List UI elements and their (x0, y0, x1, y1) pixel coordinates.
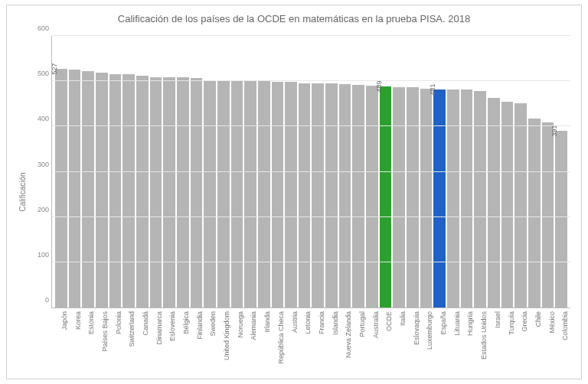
x-tick-slot: United Kingdom (217, 308, 229, 379)
bar (542, 122, 554, 308)
y-tick-label: 300 (26, 161, 49, 168)
bar (325, 83, 338, 308)
bar-slot (528, 36, 541, 308)
bar (299, 83, 311, 308)
bar: 481 (433, 89, 446, 308)
bar (474, 91, 486, 308)
bar-slot (96, 36, 108, 308)
bar-slot (339, 36, 351, 308)
bar-value-label: 489 (375, 80, 383, 92)
x-tick-slot: Irlanda (257, 308, 270, 379)
bar-slot (69, 36, 81, 308)
bar (177, 77, 189, 308)
x-tick-slot: Grecia (514, 308, 527, 379)
bar-slot: 481 (433, 36, 446, 308)
x-tick-slot: Eslovaquia (407, 308, 419, 379)
bar (420, 89, 433, 308)
bar-slot (122, 36, 135, 308)
bar-slot (393, 36, 405, 308)
x-tick-label: República Checa (277, 311, 285, 364)
x-tick-slot: Portugal (352, 308, 364, 379)
x-tick-slot: Polonia (109, 308, 121, 379)
bar (366, 86, 378, 308)
x-tick-label: Turquía (508, 311, 515, 335)
bar-slot (136, 36, 149, 308)
x-tick-slot: Noruega (230, 308, 243, 379)
y-tick-label: 600 (26, 24, 49, 32)
bar (258, 81, 270, 308)
bar-slot: 527 (55, 36, 67, 308)
y-tick-label: 500 (26, 70, 49, 77)
bar: 527 (55, 69, 67, 308)
x-tick-slot: Australia (366, 308, 378, 379)
bar-slot (352, 36, 364, 308)
x-tick-slot: Nueva Zelanda (338, 308, 351, 379)
bar-slot (488, 36, 500, 308)
x-tick-slot: Sweden (204, 308, 216, 379)
x-tick-label: Irlanda (263, 311, 271, 333)
x-tick-slot: Francia (312, 308, 324, 379)
x-tick-slot: Lituania (447, 308, 459, 379)
x-tick-label: Islandia (332, 311, 339, 335)
x-tick-label: Estonia (87, 311, 95, 334)
bars-group: 527489481391 (52, 36, 570, 308)
x-tick-slot: España (433, 308, 446, 379)
bar-slot (163, 36, 175, 308)
x-tick-label: Korea (74, 311, 82, 330)
x-tick-label: Hungría (466, 311, 474, 336)
plot-area: 527489481391 0100200300400500600 (51, 36, 570, 308)
x-tick-slot: Austria (285, 308, 297, 379)
bar-slot: 391 (555, 36, 567, 308)
x-tick-label: Eslovenia (168, 311, 176, 341)
x-tick-slot: Canadá (136, 308, 148, 379)
bar (501, 102, 514, 308)
gridline (52, 171, 570, 172)
bar-slot (325, 36, 338, 308)
bar: 489 (380, 86, 392, 308)
x-tick-slot: Estonia (81, 308, 93, 379)
x-tick-slot: Alemania (244, 308, 256, 379)
bar-slot (542, 36, 554, 308)
bar-slot (501, 36, 514, 308)
bar-slot (474, 36, 486, 308)
x-tick-label: Canadá (142, 311, 149, 336)
bar (96, 73, 108, 308)
bar-value-label: 391 (550, 125, 558, 136)
bar (393, 87, 405, 308)
bar-slot (285, 36, 297, 308)
bar-value-label: 527 (51, 63, 58, 75)
x-tick-label: Grecia (521, 311, 528, 332)
bar (150, 77, 162, 308)
bar-slot (217, 36, 230, 308)
gridline (52, 262, 570, 262)
x-tick-slot: Italia (393, 308, 405, 379)
x-tick-label: Nueva Zelanda (345, 311, 352, 358)
bar-slot: 489 (380, 36, 392, 308)
x-tick-label: México (548, 311, 556, 334)
x-tick-label: Estados Unidos (480, 311, 488, 360)
bar-slot (461, 36, 473, 308)
x-tick-label: Países Bajos (101, 311, 109, 352)
x-tick-label: Sweden (209, 311, 217, 337)
bar (217, 80, 230, 308)
x-tick-label: Finlandia (196, 311, 204, 340)
bar-slot (299, 36, 311, 308)
bar (204, 80, 216, 308)
x-tick-label: Portugal (358, 311, 366, 337)
bar-slot (244, 36, 256, 308)
bar (285, 82, 297, 308)
x-tick-slot: Colombia (555, 308, 567, 379)
x-tick-label: United Kingdom (223, 311, 230, 360)
gridline (52, 216, 570, 217)
y-axis-label: Calificación (18, 172, 27, 211)
bar (312, 83, 324, 308)
bar-slot (312, 36, 324, 308)
x-tick-label: Israel (494, 311, 501, 328)
bar (109, 74, 122, 308)
x-tick-slot: Turquía (501, 308, 514, 379)
x-tick-label: Eslovaquia (413, 311, 420, 345)
gridline (52, 35, 570, 36)
chart-container: Calificación de los países de la OCDE en… (6, 5, 582, 379)
x-tick-slot: Luxemburgo (420, 308, 433, 379)
x-tick-label: Italia (399, 311, 407, 326)
